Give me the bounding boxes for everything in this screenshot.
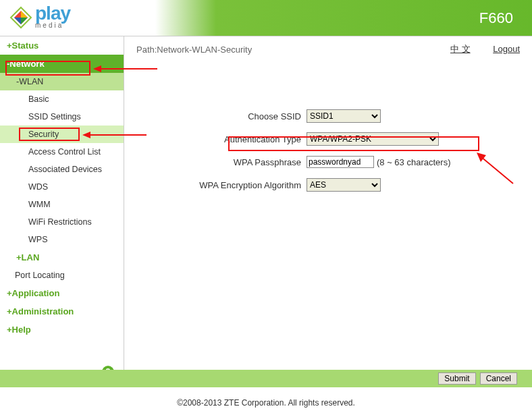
copyright: ©2008-2013 ZTE Corporation. All rights r… xyxy=(0,398,532,408)
sidebar-item-application[interactable]: +Application xyxy=(0,284,124,302)
cancel-button[interactable]: Cancel xyxy=(480,372,517,385)
action-bar: Submit Cancel xyxy=(0,370,532,387)
sidebar-item-port-locating[interactable]: Port Locating xyxy=(0,267,124,284)
sidebar-item-ssid-settings[interactable]: SSID Settings xyxy=(0,108,124,126)
security-form: Choose SSID SSID1 Authentication Type WP… xyxy=(124,61,532,193)
sidebar-item-lan[interactable]: +LAN xyxy=(0,248,124,267)
sidebar-item-acl[interactable]: Access Control List xyxy=(0,143,124,161)
logo: play media xyxy=(9,5,70,29)
language-link[interactable]: 中 文 xyxy=(450,44,471,54)
main-panel: Path:Network-WLAN-Security 中 文 Logout Ch… xyxy=(124,36,532,387)
passphrase-input[interactable] xyxy=(307,156,374,168)
logo-play-text: play xyxy=(35,5,70,22)
encryption-select[interactable]: AES xyxy=(307,178,381,192)
sidebar-item-wifi-restrict[interactable]: WiFi Restrictions xyxy=(0,213,124,231)
submit-button[interactable]: Submit xyxy=(438,372,475,385)
sidebar-item-security[interactable]: Security xyxy=(0,126,124,143)
ssid-select[interactable]: SSID1 xyxy=(307,109,381,123)
model-label: F660 xyxy=(479,9,513,27)
sidebar-item-network[interactable]: -Network xyxy=(0,55,124,73)
auth-type-select[interactable]: WPA/WPA2-PSK xyxy=(307,132,439,146)
enc-label: WPA Encryption Algorithm xyxy=(131,180,307,190)
pass-label: WPA Passphrase xyxy=(131,157,307,167)
sidebar-item-status[interactable]: +Status xyxy=(0,36,124,55)
sidebar-item-wds[interactable]: WDS xyxy=(0,178,124,196)
sidebar-item-administration[interactable]: +Administration xyxy=(0,302,124,321)
pass-hint: (8 ~ 63 characters) xyxy=(377,157,450,167)
sidebar-item-assoc[interactable]: Associated Devices xyxy=(0,161,124,178)
auth-label: Authentication Type xyxy=(131,134,307,144)
header: play media F660 xyxy=(0,0,532,36)
logo-diamond-icon xyxy=(9,6,32,29)
logo-media-text: media xyxy=(35,22,70,29)
sidebar-item-wlan[interactable]: -WLAN xyxy=(0,73,124,90)
logout-link[interactable]: Logout xyxy=(493,44,520,54)
sidebar-item-wmm[interactable]: WMM xyxy=(0,196,124,213)
breadcrumb: Path:Network-WLAN-Security xyxy=(136,45,252,55)
sidebar-item-basic[interactable]: Basic xyxy=(0,90,124,108)
sidebar: +Status -Network -WLAN Basic SSID Settin… xyxy=(0,36,124,387)
ssid-label: Choose SSID xyxy=(131,111,307,121)
sidebar-item-wps[interactable]: WPS xyxy=(0,231,124,248)
sidebar-item-help[interactable]: +Help xyxy=(0,321,124,339)
